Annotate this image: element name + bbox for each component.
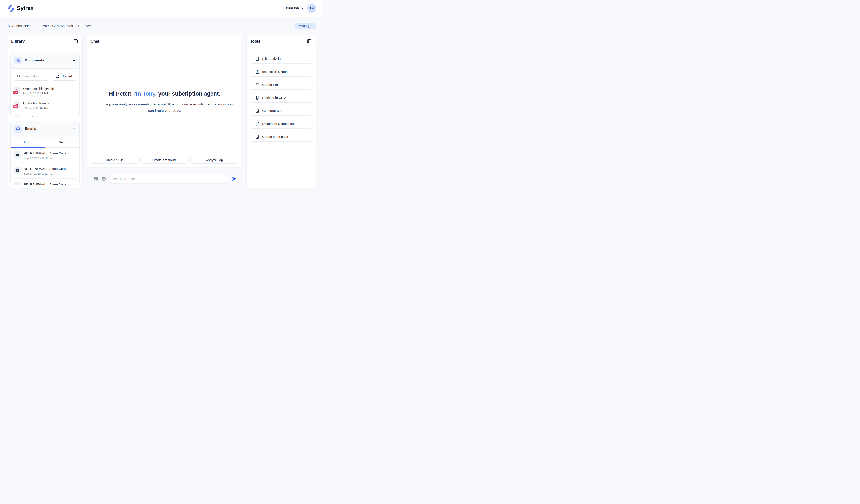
upload-button[interactable]: Upload [52,72,76,80]
language-label: ENGLISH [286,7,299,10]
file-plus-icon [255,135,259,139]
create-template-button[interactable]: Create a template [141,156,188,164]
tool-create-a-template[interactable]: Create a template [250,132,313,142]
panel-left-icon [307,39,312,44]
document-list: PDF 5-year loss history.pdf Sep 17, 2025… [11,84,80,117]
tool-document-comparison[interactable]: Document Comparison [250,119,313,129]
breadcrumb-pws: PWS [84,24,92,28]
chat-description: I can help you analyze documents, genera… [96,101,233,114]
document-row[interactable]: PDF 5-year loss history.pdf Sep 17, 2025… [14,84,76,98]
email-row[interactable]: RE: RENEWAL – Acme Corp [14,178,76,185]
document-size: 32 MB [40,106,48,109]
tools-panel: Tools Slip Analysis Inspection Report [246,34,316,188]
send-icon [231,176,237,182]
envelope-icon [14,151,21,159]
library-panel: Library [8,34,83,188]
create-slip-button[interactable]: Create a Slip [91,156,139,164]
tab-inbox[interactable]: Inbox [11,137,45,147]
clipboard-icon [255,70,259,74]
image-attach-icon[interactable] [94,176,99,181]
document-date: Sep 17, 2025 [23,106,39,109]
chevron-up-icon[interactable] [72,127,76,131]
upload-icon [56,74,60,78]
building-icon [255,95,259,100]
language-selector[interactable]: ENGLISH [286,7,304,10]
chat-welcome: Hi Peter! I'm Tony, your subcription age… [87,48,242,156]
chevron-right-icon [77,25,80,28]
documents-title: Documents [25,58,69,62]
collapse-tools-button[interactable] [305,38,313,45]
documents-section-header[interactable]: Documents [11,53,80,69]
breadcrumb-all-submissions[interactable]: All Submissions [8,24,31,28]
email-tabs: Inbox Sent [11,137,80,148]
email-date: Sep 17, 2025, 3:38 PM [24,156,66,160]
emoji-icon[interactable] [102,177,106,181]
app-header: Sytrex ENGLISH PH [0,0,322,17]
breadcrumb-row: All Submissions Acme Corp Sources PWS Pe… [8,22,316,30]
emails-title: Emails [25,127,69,131]
panel-left-icon [73,39,78,44]
mail-icon [14,125,22,133]
pdf-file-icon: PDF [14,116,20,117]
status-label: Pending [298,24,309,28]
tool-inspection-report[interactable]: Inspection Report [250,67,313,76]
pdf-file-icon: PDF [14,87,20,94]
email-subject: RE: RENEWAL – Acme Corp [24,151,66,155]
email-subject: RE: RENEWAL – Acme Corp [24,166,66,171]
documents-section: Documents [11,52,80,117]
emails-section: Emails Inbox Sent RE: RENEWAL [11,121,80,185]
tool-register-in-crm[interactable]: Register in CRM [250,93,313,103]
file-plus-icon [255,109,259,113]
sytrex-logo-icon [8,4,15,13]
user-avatar[interactable]: PH [307,4,316,13]
document-icon [14,57,22,64]
chevron-down-icon [311,25,314,28]
document-row[interactable]: PDF Application form.pdf Sep 17, 2025 32… [14,98,76,113]
agent-name: I'm Tony [133,91,155,97]
envelope-icon [14,182,21,185]
collapse-library-button[interactable] [72,38,79,45]
library-title: Library [11,39,25,44]
document-name: Application form.pdf [23,101,51,105]
tool-slip-analysis[interactable]: Slip Analysis [250,54,313,63]
email-row[interactable]: RE: RENEWAL – Acme Corp Sep 17, 2025, 3:… [14,148,76,163]
email-row[interactable]: RE: RENEWAL – Acme Corp Sep 17, 2025, 2:… [14,163,76,178]
email-date: Sep 17, 2025, 2:12 PM [24,172,66,176]
tool-generate-slip[interactable]: Generate Slip [250,106,313,116]
chat-title: Chat [90,39,99,44]
email-subject: RE: RENEWAL – Acme Corp [24,182,66,185]
breadcrumb: All Submissions Acme Corp Sources PWS [8,24,92,28]
document-size: 32 MB [40,92,48,95]
chat-greeting: Hi Peter! I'm Tony, your subcription age… [109,91,220,97]
brand-logo[interactable]: Sytrex [8,4,33,13]
mail-icon [255,83,259,87]
send-button[interactable] [231,176,237,182]
chevron-down-icon [301,7,304,10]
chat-input[interactable] [110,174,228,183]
document-date: Sep 17, 2025 [23,92,39,95]
brand-name: Sytrex [17,5,33,12]
search-icon [17,74,20,78]
upload-label: Upload [61,74,72,78]
copy-pages-icon [255,122,259,126]
tab-sent[interactable]: Sent [45,137,80,147]
envelope-icon [14,167,21,174]
file-icon [255,57,259,61]
tool-create-email[interactable]: Create Email [250,80,313,90]
chat-input-row [87,174,242,183]
search-input[interactable] [22,74,46,78]
document-row[interactable]: PDF Financial Statements.pdf Sep 17, 202… [14,113,76,117]
chevron-right-icon [35,25,39,28]
breadcrumb-acme-corp-sources[interactable]: Acme Corp Sources [43,24,73,28]
status-dropdown[interactable]: Pending [295,23,316,29]
chat-panel: Chat Hi Peter! I'm Tony, your subcriptio… [87,34,242,167]
email-list: RE: RENEWAL – Acme Corp Sep 17, 2025, 3:… [11,148,80,185]
document-search[interactable] [14,72,49,80]
emails-section-header[interactable]: Emails [11,121,80,137]
quick-actions: Create a Slip Create a template Analyze … [87,156,242,167]
pdf-file-icon: PDF [14,101,20,109]
analyze-slip-button[interactable]: Analyze Slip [190,156,238,164]
document-name: Financial Statements.pdf [23,115,58,117]
tools-title: Tools [250,39,260,44]
chevron-up-icon[interactable] [72,59,76,62]
